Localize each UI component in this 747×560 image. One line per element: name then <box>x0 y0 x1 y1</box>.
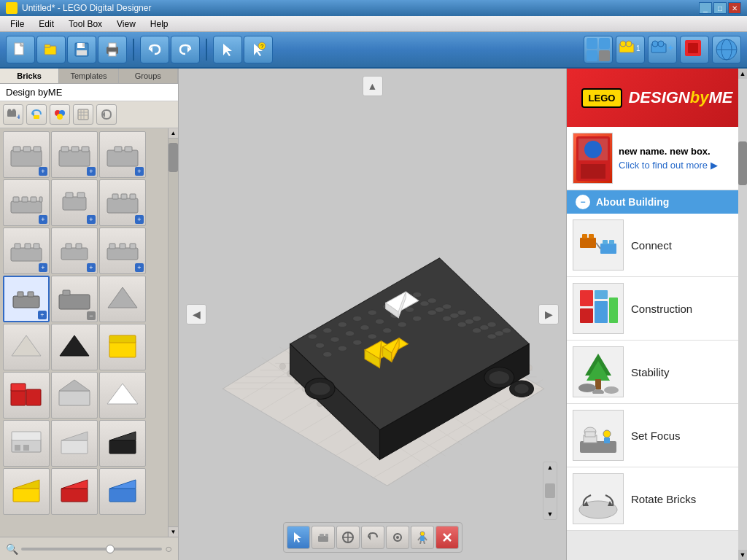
brick-cell[interactable] <box>99 468 146 515</box>
zoom-thumb[interactable] <box>106 545 115 553</box>
select-button[interactable] <box>213 36 242 63</box>
svg-rect-22 <box>599 50 610 61</box>
scroll-up-btn[interactable]: ▲ <box>169 128 178 139</box>
filter-rotate-btn[interactable] <box>26 104 47 125</box>
filter-color-btn[interactable] <box>50 104 70 125</box>
svg-rect-32 <box>688 43 698 53</box>
right-item-connect[interactable]: Connect <box>567 214 747 277</box>
brick-cell[interactable]: + <box>3 131 50 178</box>
new-button[interactable] <box>6 36 35 63</box>
tool-rotate[interactable] <box>361 526 384 549</box>
svg-point-37 <box>8 109 12 113</box>
brick-cell[interactable] <box>99 372 146 419</box>
filter-plus-btn[interactable]: + <box>3 104 23 125</box>
svg-rect-83 <box>120 244 125 249</box>
brick-cell[interactable]: + <box>99 131 146 178</box>
svg-rect-79 <box>66 244 71 249</box>
tool-delete[interactable] <box>436 526 459 549</box>
brick-cell[interactable] <box>99 420 146 467</box>
tab-bricks[interactable]: Bricks <box>0 69 59 83</box>
right-scroll-thumb[interactable] <box>738 141 747 185</box>
scroll-down-btn[interactable]: ▼ <box>169 526 178 537</box>
svg-point-271 <box>383 328 392 333</box>
svg-point-241 <box>323 328 332 333</box>
zoom-slider[interactable] <box>21 548 162 551</box>
svg-rect-321 <box>609 240 614 244</box>
right-item-construction[interactable]: Construction <box>567 277 747 341</box>
brick-cell[interactable] <box>99 276 146 322</box>
undo-button[interactable] <box>140 36 169 63</box>
brick-cell[interactable] <box>3 468 50 515</box>
svg-rect-5 <box>44 44 50 47</box>
right-item-rotate-bricks[interactable]: Rotate Bricks <box>567 467 747 531</box>
build-add-button[interactable]: + <box>648 36 677 63</box>
scroll-thumb[interactable] <box>169 143 178 172</box>
menu-toolbox[interactable]: Tool Box <box>61 18 109 31</box>
right-scroll-up[interactable]: ▲ <box>738 69 747 79</box>
tool-place[interactable] <box>311 526 335 549</box>
brick-cell[interactable] <box>51 372 98 419</box>
brick-cell[interactable]: + <box>3 228 50 274</box>
open-button[interactable] <box>36 36 66 63</box>
globe-button[interactable] <box>712 36 741 63</box>
brick-cell[interactable] <box>51 420 98 467</box>
brick-cell[interactable] <box>3 372 50 419</box>
close-button[interactable]: ✕ <box>728 2 741 14</box>
left-scrollbar[interactable]: ▲ ▼ <box>168 128 178 537</box>
brick-cell[interactable] <box>51 468 98 515</box>
plus-badge: + <box>135 215 144 224</box>
brick-cell[interactable]: + <box>51 228 98 274</box>
menu-file[interactable]: File <box>3 18 31 31</box>
save-button[interactable] <box>67 36 96 63</box>
redo-button[interactable] <box>171 36 200 63</box>
brick-cell[interactable]: + <box>99 228 146 274</box>
canvas-arrow-left[interactable]: ◀ <box>186 304 206 324</box>
brick-cell[interactable]: + <box>51 179 98 226</box>
v-scroll-thumb[interactable] <box>545 483 555 498</box>
scroll-down[interactable]: ▼ <box>547 510 554 518</box>
tool-hinge[interactable] <box>336 526 360 549</box>
help-button[interactable]: ? <box>244 36 273 63</box>
view3d-button[interactable] <box>680 36 709 63</box>
filter-refresh-btn[interactable] <box>96 104 117 125</box>
brick-cell-active[interactable]: + <box>3 276 50 322</box>
tool-minifig[interactable] <box>411 526 434 549</box>
tool-select[interactable] <box>287 526 310 549</box>
brick-cell[interactable]: + <box>51 131 98 178</box>
brick-cell[interactable]: + <box>3 179 50 226</box>
canvas-area[interactable]: ▲ ◀ ▶ <box>179 69 566 560</box>
svg-point-249 <box>443 304 452 309</box>
restore-button[interactable]: □ <box>713 2 727 14</box>
brick-cell[interactable]: − <box>51 276 98 322</box>
menu-view[interactable]: View <box>109 18 143 31</box>
vertical-scroll[interactable]: ▲ ▼ <box>543 462 557 520</box>
right-item-stability[interactable]: Stability <box>567 341 747 404</box>
menu-edit[interactable]: Edit <box>31 18 61 31</box>
right-scroll-down[interactable]: ▼ <box>738 550 747 560</box>
brick-cell[interactable] <box>99 324 146 370</box>
scroll-up[interactable]: ▲ <box>547 464 554 471</box>
svg-point-276 <box>457 322 466 327</box>
promo-box[interactable]: new name. new box. Click to find out mor… <box>567 127 747 190</box>
right-scrollbar[interactable]: ▲ ▼ <box>738 69 747 560</box>
minimize-button[interactable]: _ <box>699 2 712 14</box>
svg-rect-327 <box>609 298 618 323</box>
brick-cell[interactable] <box>3 420 50 467</box>
brick-cell[interactable] <box>51 324 98 370</box>
print-button[interactable] <box>98 36 127 63</box>
build-mode-button[interactable]: 1 <box>616 36 645 63</box>
tab-templates[interactable]: Templates <box>59 69 118 83</box>
about-building-header[interactable]: − About Building <box>567 190 747 214</box>
right-item-set-focus[interactable]: Set Focus <box>567 404 747 467</box>
promo-link[interactable]: Click to find out more ▶ <box>619 160 718 171</box>
menu-help[interactable]: Help <box>143 18 176 31</box>
svg-line-307 <box>425 537 427 540</box>
view-mode-button[interactable] <box>584 36 613 63</box>
tool-look[interactable] <box>386 526 409 549</box>
tab-groups[interactable]: Groups <box>119 69 178 83</box>
canvas-arrow-up[interactable]: ▲ <box>363 76 383 96</box>
svg-point-265 <box>480 325 489 330</box>
brick-cell[interactable]: + <box>99 179 146 226</box>
filter-texture-btn[interactable] <box>73 104 93 125</box>
brick-cell[interactable] <box>3 324 50 370</box>
